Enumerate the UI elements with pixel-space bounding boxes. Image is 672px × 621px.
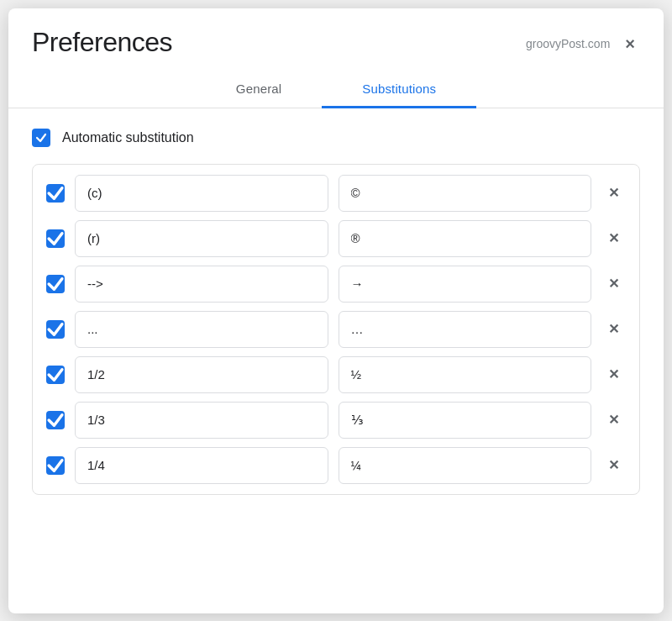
sub-delete-5[interactable]: ✕ [601, 365, 626, 385]
sub-checkbox-5[interactable] [46, 366, 65, 384]
preferences-dialog: Preferences groovyPost.com × General Sub… [8, 8, 664, 613]
sub-delete-7[interactable]: ✕ [601, 455, 626, 476]
checkmark-icon [46, 184, 65, 203]
checkmark-icon [46, 229, 65, 248]
substitution-row: ✕ [46, 447, 626, 484]
substitution-row: ✕ [46, 402, 626, 439]
sub-from-input-3[interactable] [75, 266, 328, 303]
substitution-row: ✕ [46, 311, 626, 348]
sub-checkbox-7[interactable] [46, 456, 65, 475]
sub-from-input-7[interactable] [75, 447, 328, 484]
dialog-title: Preferences [32, 27, 172, 58]
sub-delete-4[interactable]: ✕ [601, 319, 626, 339]
sub-to-input-3[interactable] [339, 266, 592, 303]
sub-from-input-4[interactable] [75, 311, 328, 348]
sub-to-input-5[interactable] [339, 356, 592, 393]
sub-checkbox-2[interactable] [46, 229, 65, 248]
sub-from-input-6[interactable] [75, 402, 328, 439]
dialog-header: Preferences groovyPost.com × [8, 8, 664, 58]
sub-delete-3[interactable]: ✕ [601, 274, 626, 294]
checkmark-icon [46, 366, 65, 384]
sub-delete-2[interactable]: ✕ [601, 229, 626, 249]
sub-from-input-2[interactable] [75, 220, 328, 257]
site-label: groovyPost.com [526, 37, 610, 50]
header-right: groovyPost.com × [526, 34, 640, 54]
substitution-row: ✕ [46, 356, 626, 393]
sub-checkbox-4[interactable] [46, 320, 65, 339]
checkmark-icon [46, 411, 65, 429]
tabs-container: General Substitutions [8, 71, 664, 108]
checkmark-icon [46, 275, 65, 293]
sub-from-input-5[interactable] [75, 356, 328, 393]
checkmark-icon [35, 132, 47, 144]
auto-substitution-row: Automatic substitution [32, 129, 640, 147]
sub-checkbox-6[interactable] [46, 411, 65, 429]
sub-delete-6[interactable]: ✕ [601, 410, 626, 430]
sub-to-input-7[interactable] [339, 447, 592, 484]
sub-to-input-2[interactable] [339, 220, 592, 257]
tab-content: Automatic substitution ✕ [8, 108, 664, 515]
sub-to-input-4[interactable] [339, 311, 592, 348]
auto-substitution-label: Automatic substitution [62, 130, 194, 145]
sub-to-input-6[interactable] [339, 402, 592, 439]
substitutions-table: ✕ ✕ [32, 164, 640, 495]
tab-general[interactable]: General [196, 71, 322, 108]
checkmark-icon [46, 320, 65, 339]
sub-checkbox-3[interactable] [46, 275, 65, 293]
substitution-row: ✕ [46, 220, 626, 257]
auto-substitution-checkbox[interactable] [32, 129, 50, 147]
sub-to-input-1[interactable] [339, 175, 592, 212]
sub-checkbox-1[interactable] [46, 184, 65, 203]
substitution-row: ✕ [46, 175, 626, 212]
substitutions-scroll[interactable]: ✕ ✕ [33, 165, 639, 494]
sub-delete-1[interactable]: ✕ [601, 183, 626, 203]
tab-substitutions[interactable]: Substitutions [322, 71, 476, 108]
sub-from-input-1[interactable] [75, 175, 328, 212]
substitution-row: ✕ [46, 266, 626, 303]
checkmark-icon [46, 456, 65, 475]
close-button[interactable]: × [620, 34, 640, 54]
